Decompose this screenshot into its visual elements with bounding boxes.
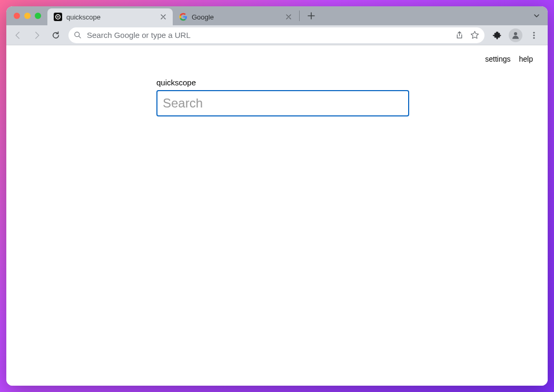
app-area: quickscope <box>156 78 409 116</box>
close-tab-icon[interactable] <box>284 13 293 21</box>
forward-button[interactable] <box>28 27 45 44</box>
svg-point-2 <box>57 16 59 18</box>
svg-point-7 <box>533 37 535 38</box>
omnibox-placeholder: Search Google or type a URL <box>87 31 455 40</box>
page-content: settings help quickscope <box>6 45 548 386</box>
app-title: quickscope <box>156 78 409 87</box>
top-links: settings help <box>485 55 533 63</box>
share-icon[interactable] <box>455 31 464 40</box>
svg-point-5 <box>533 32 535 33</box>
help-link[interactable]: help <box>519 55 533 63</box>
toolbar-right <box>489 27 545 44</box>
reload-button[interactable] <box>47 27 64 44</box>
back-button[interactable] <box>9 27 26 44</box>
tab-separator <box>299 11 300 21</box>
profile-button[interactable] <box>509 28 522 42</box>
svg-point-6 <box>533 34 535 36</box>
toolbar: Search Google or type a URL <box>6 25 548 45</box>
new-tab-button[interactable] <box>304 8 319 23</box>
minimize-window-button[interactable] <box>24 13 31 19</box>
extensions-button[interactable] <box>489 27 506 44</box>
omnibox-actions <box>455 31 479 40</box>
quickscope-favicon <box>54 13 62 21</box>
google-favicon <box>179 13 187 21</box>
tab-title: quickscope <box>66 13 157 21</box>
svg-point-4 <box>514 32 517 35</box>
search-input[interactable] <box>156 90 409 116</box>
browser-window: quickscope Google <box>6 6 548 386</box>
tabs-overflow-button[interactable] <box>533 6 540 25</box>
omnibox[interactable]: Search Google or type a URL <box>68 27 484 43</box>
settings-link[interactable]: settings <box>485 55 510 63</box>
tab-quickscope[interactable]: quickscope <box>47 8 173 25</box>
tab-google[interactable]: Google <box>173 8 298 25</box>
maximize-window-button[interactable] <box>35 13 41 19</box>
menu-button[interactable] <box>526 27 542 44</box>
window-controls <box>6 13 41 19</box>
tab-title: Google <box>192 13 282 21</box>
bookmark-icon[interactable] <box>470 31 479 40</box>
search-icon <box>74 31 82 39</box>
titlebar: quickscope Google <box>6 6 548 25</box>
tab-strip: quickscope Google <box>47 6 319 25</box>
close-tab-icon[interactable] <box>159 13 167 21</box>
close-window-button[interactable] <box>14 13 20 19</box>
